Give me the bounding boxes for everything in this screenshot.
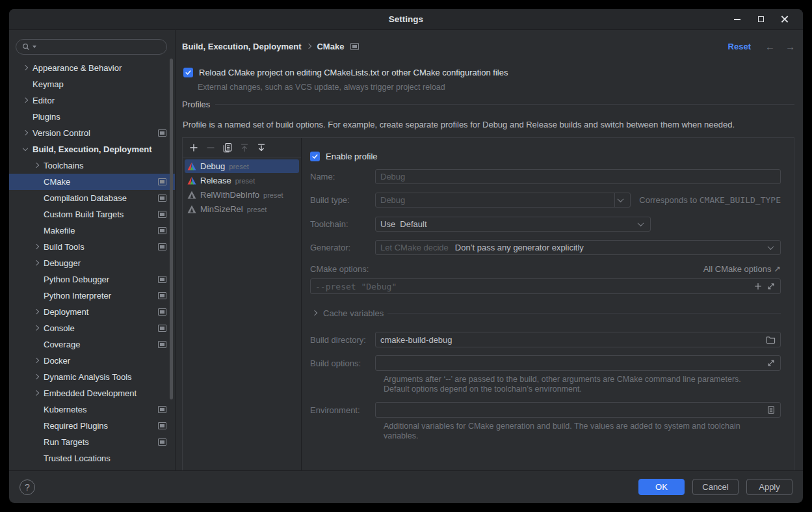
checkbox-checked-icon[interactable]: [183, 68, 193, 77]
sidebar-item-label: Build, Execution, Deployment: [33, 144, 151, 154]
back-arrow-icon[interactable]: ←: [765, 41, 775, 52]
chevron-right-icon[interactable]: [32, 389, 41, 398]
maximize-button[interactable]: [753, 12, 768, 27]
reset-link[interactable]: Reset: [728, 42, 751, 51]
sidebar-item-embedded-development[interactable]: Embedded Development: [9, 385, 175, 401]
cmake-options-field[interactable]: --preset "Debug": [310, 278, 781, 294]
sidebar-item-docker[interactable]: Docker: [9, 353, 175, 369]
sidebar-item-label: Version Control: [33, 128, 90, 138]
chevron-down-icon[interactable]: [765, 245, 776, 250]
remove-icon[interactable]: [203, 141, 218, 155]
generator-value: Don’t pass any generator explicitly: [455, 243, 584, 252]
chevron-right-icon[interactable]: [32, 259, 41, 268]
expand-icon[interactable]: [766, 282, 776, 291]
build-type-value: Debug: [380, 195, 405, 205]
all-cmake-options-link[interactable]: All CMake options ↗: [703, 264, 781, 274]
sidebar-item-kubernetes[interactable]: Kubernetes: [9, 401, 175, 418]
sidebar-item-coverage[interactable]: Coverage: [9, 336, 175, 353]
add-icon[interactable]: [187, 141, 201, 155]
sidebar-item-toolchains[interactable]: Toolchains: [9, 157, 175, 174]
sidebar-scrollbar[interactable]: [170, 59, 173, 399]
sidebar-item-deployment[interactable]: Deployment: [9, 304, 175, 320]
chevron-right-icon[interactable]: [32, 243, 41, 252]
help-icon[interactable]: ?: [20, 479, 35, 495]
sidebar-item-label: Dynamic Analysis Tools: [44, 372, 132, 382]
variables-list-icon[interactable]: [766, 405, 776, 414]
sidebar-item-run-targets[interactable]: Run Targets: [9, 434, 175, 450]
sidebar-item-cmake[interactable]: CMake: [9, 174, 175, 190]
reload-cmake-checkbox-row[interactable]: Reload CMake project on editing CMakeLis…: [183, 68, 508, 77]
sidebar-item-custom-build-targets[interactable]: Custom Build Targets: [9, 206, 175, 222]
chevron-down-icon[interactable]: [21, 145, 30, 154]
sidebar-item-python-debugger[interactable]: Python Debugger: [9, 271, 175, 288]
chevron-right-icon: [32, 178, 41, 187]
cache-variables-label: Cache variables: [323, 308, 384, 318]
breadcrumb-item-build-execution-deployment[interactable]: Build, Execution, Deployment: [182, 42, 301, 51]
chevron-down-icon[interactable]: [615, 198, 625, 202]
sidebar-item-makefile[interactable]: Makefile: [9, 222, 175, 239]
profile-item-debug[interactable]: Debugpreset: [185, 159, 299, 173]
sidebar-item-python-interpreter[interactable]: Python Interpreter: [9, 288, 175, 304]
chevron-right-icon[interactable]: [32, 308, 41, 317]
sidebar-item-appearance-behavior[interactable]: Appearance & Behavior: [9, 60, 175, 76]
sidebar-item-label: Console: [44, 323, 75, 333]
build-directory-label: Build directory:: [310, 335, 375, 345]
profile-item-minsizerel[interactable]: MinSizeRelpreset: [185, 202, 299, 216]
apply-button[interactable]: Apply: [746, 479, 792, 495]
checkbox-checked-icon[interactable]: [310, 152, 320, 161]
ok-button[interactable]: OK: [638, 479, 685, 495]
chevron-right-icon[interactable]: [21, 96, 30, 105]
build-directory-field[interactable]: cmake-build-debug: [375, 332, 781, 347]
toolchain-select[interactable]: Use Default: [375, 217, 651, 232]
sidebar-item-label: Compilation Database: [44, 193, 127, 203]
sidebar-item-console[interactable]: Console: [9, 320, 175, 336]
environment-field[interactable]: [375, 402, 781, 418]
generator-label: Generator:: [310, 243, 375, 252]
chevron-right-icon[interactable]: [21, 129, 30, 138]
add-option-icon[interactable]: [753, 282, 763, 291]
cmake-logo-gray-icon: [187, 205, 196, 213]
expand-icon[interactable]: [766, 358, 776, 368]
sidebar-item-required-plugins[interactable]: Required Plugins: [9, 418, 175, 434]
sidebar-item-dynamic-analysis-tools[interactable]: Dynamic Analysis Tools: [9, 369, 175, 385]
generator-select[interactable]: Let CMake decide Don’t pass any generato…: [375, 240, 781, 255]
chevron-right-icon: [32, 194, 41, 203]
chevron-down-icon[interactable]: [635, 222, 646, 226]
environment-label: Environment:: [310, 405, 375, 415]
minimize-button[interactable]: [730, 12, 744, 27]
chevron-right-icon[interactable]: [32, 324, 41, 333]
breadcrumb-item-cmake[interactable]: CMake: [317, 42, 344, 51]
sidebar-item-keymap[interactable]: Keymap: [9, 76, 175, 92]
sidebar-item-plugins[interactable]: Plugins: [9, 109, 175, 125]
chevron-right-icon[interactable]: [32, 357, 41, 366]
enable-profile-row[interactable]: Enable profile: [310, 152, 378, 161]
sidebar-item-trusted-locations[interactable]: Trusted Locations: [9, 450, 175, 466]
copy-icon[interactable]: [220, 141, 235, 155]
forward-arrow-icon[interactable]: →: [785, 41, 795, 52]
chevron-right-icon[interactable]: [21, 64, 30, 73]
sidebar-item-build-execution-deployment[interactable]: Build, Execution, Deployment: [9, 141, 175, 157]
settings-search-box[interactable]: [16, 39, 167, 55]
search-options-caret-icon[interactable]: [33, 46, 36, 48]
breadcrumb: Build, Execution, Deployment CMake Reset…: [182, 39, 795, 53]
sidebar-item-version-control[interactable]: Version Control: [9, 125, 175, 141]
folder-icon[interactable]: [766, 335, 776, 344]
chevron-right-icon[interactable]: [32, 161, 41, 170]
build-options-field[interactable]: [375, 355, 781, 371]
sidebar-item-compilation-database[interactable]: Compilation Database: [9, 190, 175, 206]
move-down-icon[interactable]: [254, 141, 268, 155]
sidebar-item-build-tools[interactable]: Build Tools: [9, 239, 175, 255]
close-button[interactable]: [777, 12, 791, 27]
sidebar-item-editor[interactable]: Editor: [9, 92, 175, 109]
chevron-right-icon[interactable]: [310, 309, 319, 318]
name-field[interactable]: Debug: [375, 169, 781, 184]
cancel-button[interactable]: Cancel: [692, 479, 739, 495]
move-up-icon[interactable]: [237, 141, 252, 155]
chevron-right-icon[interactable]: [32, 373, 41, 382]
profile-item-release[interactable]: Releasepreset: [185, 174, 299, 187]
profile-item-relwithdebinfo[interactable]: RelWithDebInfopreset: [185, 188, 299, 202]
sidebar-item-debugger[interactable]: Debugger: [9, 255, 175, 271]
search-input[interactable]: [38, 42, 161, 52]
cache-variables-row[interactable]: Cache variables: [310, 308, 781, 318]
build-type-select[interactable]: Debug: [375, 193, 631, 208]
